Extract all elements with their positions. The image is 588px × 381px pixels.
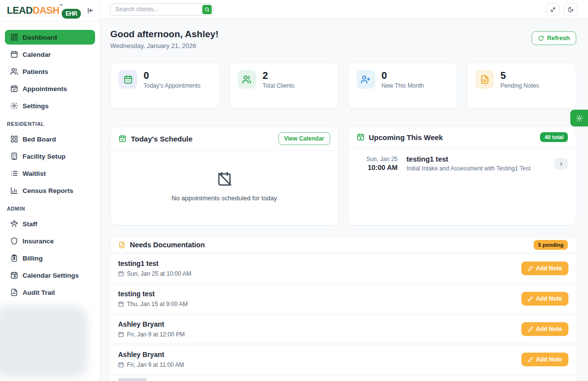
sidebar-item-settings[interactable]: Settings bbox=[5, 98, 95, 113]
billing-icon bbox=[10, 254, 18, 262]
upcoming-week-header: Upcoming This Week 40 total bbox=[349, 127, 576, 148]
calendar-off-icon bbox=[216, 170, 233, 187]
users-icon bbox=[10, 68, 18, 75]
pencil-icon bbox=[528, 327, 533, 332]
sidebar-item-bed-board[interactable]: Bed Board bbox=[5, 132, 95, 146]
refresh-label: Refresh bbox=[547, 35, 570, 42]
appointment-datetime: Thu, Jan 15 at 9:00 AM bbox=[118, 301, 188, 308]
shield-icon bbox=[10, 237, 18, 245]
add-note-button[interactable]: Add Note bbox=[521, 322, 568, 336]
documentation-row: Ashley Bryant Fri, Jan 9 at 12:00 PM Add… bbox=[110, 315, 576, 343]
appointment-client: testing1 test bbox=[407, 155, 546, 163]
add-note-label: Add Note bbox=[536, 326, 562, 333]
sidebar-item-label: Waitlist bbox=[23, 170, 46, 177]
sidebar-item-label: Settings bbox=[23, 102, 49, 110]
view-calendar-button[interactable]: View Calendar bbox=[278, 132, 330, 145]
documentation-row: Ashley Bryant Fri, Jan 9 at 11:00 AM Add… bbox=[110, 346, 576, 373]
add-note-label: Add Note bbox=[536, 295, 562, 302]
add-note-label: Add Note bbox=[536, 356, 562, 363]
schedule-empty-state: No appointments scheduled for today bbox=[111, 151, 338, 225]
sidebar-item-label: Billing bbox=[23, 255, 43, 262]
sidebar-item-insurance[interactable]: Insurance bbox=[5, 234, 95, 248]
sidebar-item-facility-setup[interactable]: Facility Setup bbox=[5, 149, 95, 164]
user-plus-icon bbox=[357, 70, 375, 89]
add-note-button[interactable]: Add Note bbox=[521, 353, 568, 366]
calendar-icon bbox=[119, 70, 137, 89]
floating-settings-button[interactable] bbox=[570, 110, 588, 126]
sidebar-item-patients[interactable]: Patients bbox=[5, 64, 95, 79]
dark-mode-button[interactable] bbox=[564, 3, 577, 16]
calendar-icon bbox=[10, 50, 18, 58]
file-icon bbox=[10, 288, 18, 296]
pencil-icon bbox=[528, 296, 533, 302]
datetime-text: Sun, Jan 25 at 10:00 AM bbox=[127, 270, 191, 277]
file-text-icon bbox=[119, 241, 125, 248]
datetime-text: Thu, Jan 15 at 9:00 AM bbox=[127, 301, 188, 308]
search-icon[interactable] bbox=[202, 5, 212, 14]
sidebar-item-appointments[interactable]: Appointments bbox=[5, 81, 95, 96]
appointment-datetime: Fri, Jan 9 at 12:00 PM bbox=[118, 331, 185, 338]
needs-documentation-section: Needs Documentation 5 pending testing1 t… bbox=[110, 237, 576, 381]
appointment-description: Initial Intake and Assessment with Testi… bbox=[407, 165, 546, 172]
panels-row: Today's Schedule View Calendar No appoin… bbox=[110, 126, 576, 225]
list-icon bbox=[10, 169, 18, 177]
appointment-details: testing1 test Initial Intake and Assessm… bbox=[407, 155, 546, 172]
sidebar: LEADDASH™EHR Dashboard Calendar Patients… bbox=[0, 0, 100, 381]
datetime-text: Fri, Jan 9 at 11:00 AM bbox=[127, 361, 184, 368]
bar-chart-icon bbox=[10, 187, 18, 194]
sidebar-item-label: Dashboard bbox=[23, 34, 57, 41]
search-input[interactable] bbox=[115, 6, 202, 13]
logo-row: LEADDASH™EHR bbox=[0, 0, 100, 22]
sidebar-item-audit-trail[interactable]: Audit Trail bbox=[5, 285, 95, 300]
total-count-badge: 40 total bbox=[540, 132, 568, 142]
refresh-button[interactable]: Refresh bbox=[532, 31, 576, 45]
sidebar-item-staff[interactable]: Staff bbox=[5, 216, 95, 231]
pencil-icon bbox=[528, 266, 533, 271]
sidebar-item-dashboard[interactable]: Dashboard bbox=[5, 30, 95, 45]
pending-count-badge: 5 pending bbox=[534, 240, 568, 250]
stat-card-new-this-month: 0 New This Month bbox=[348, 62, 458, 109]
sidebar-item-census-reports[interactable]: Census Reports bbox=[5, 183, 95, 198]
logo-dash-text: DASH bbox=[32, 5, 59, 16]
calendar-check-icon bbox=[10, 85, 18, 93]
appointment-date: Sun, Jan 25 bbox=[357, 156, 398, 163]
sidebar-section-admin: ADMIN bbox=[7, 206, 95, 212]
client-name: Ashley Bryant bbox=[118, 351, 184, 358]
appointment-row[interactable]: Sun, Jan 25 10:00 AM testing1 test Initi… bbox=[349, 148, 576, 179]
sidebar-item-label: Facility Setup bbox=[23, 153, 66, 160]
stat-label: Pending Notes bbox=[500, 82, 539, 89]
dashboard-icon bbox=[10, 33, 18, 41]
dashboard-main: Good afternoon, Ashley! Wednesday, Janua… bbox=[100, 19, 588, 381]
calendar-icon bbox=[118, 332, 124, 337]
documentation-row: testing1 test Sun, Jan 25 at 10:00 AM Ad… bbox=[110, 255, 576, 282]
sidebar-collapse-icon[interactable] bbox=[87, 7, 94, 14]
calendar-icon bbox=[118, 362, 124, 368]
sidebar-item-calendar-settings[interactable]: Calendar Settings bbox=[5, 268, 95, 283]
chevron-right-icon[interactable] bbox=[554, 158, 568, 169]
documentation-row: testing test Thu, Jan 15 at 9:00 AM Add … bbox=[110, 285, 576, 312]
calendar-check-icon bbox=[119, 135, 126, 143]
stat-card-total-clients: 2 Total Clients bbox=[229, 62, 339, 109]
panel-title: Upcoming This Week bbox=[369, 133, 443, 142]
users-icon bbox=[238, 70, 256, 89]
topbar-actions bbox=[546, 3, 577, 16]
refresh-icon bbox=[538, 35, 544, 41]
todays-schedule-header: Today's Schedule View Calendar bbox=[111, 127, 338, 151]
add-note-button[interactable]: Add Note bbox=[521, 292, 568, 306]
sidebar-item-waitlist[interactable]: Waitlist bbox=[5, 166, 95, 181]
stat-value: 2 bbox=[263, 70, 294, 81]
sidebar-item-calendar[interactable]: Calendar bbox=[5, 47, 95, 62]
stat-value: 0 bbox=[382, 70, 424, 81]
client-name: Ashley Bryant bbox=[118, 320, 185, 328]
add-note-button[interactable]: Add Note bbox=[521, 262, 568, 275]
stats-row: 0 Today's Appointments 2 Total Clients bbox=[110, 62, 576, 109]
sidebar-item-label: Audit Trail bbox=[23, 289, 55, 296]
sidebar-nav: Dashboard Calendar Patients Appointments… bbox=[0, 22, 100, 300]
file-text-icon bbox=[475, 70, 494, 89]
stat-label: Total Clients bbox=[263, 82, 294, 89]
current-date: Wednesday, January 21, 2026 bbox=[110, 42, 219, 49]
sidebar-item-label: Calendar Settings bbox=[23, 272, 79, 279]
sidebar-item-billing[interactable]: Billing bbox=[5, 251, 95, 265]
fullscreen-toggle-button[interactable] bbox=[546, 3, 560, 16]
calendar-plus-icon bbox=[357, 133, 365, 141]
